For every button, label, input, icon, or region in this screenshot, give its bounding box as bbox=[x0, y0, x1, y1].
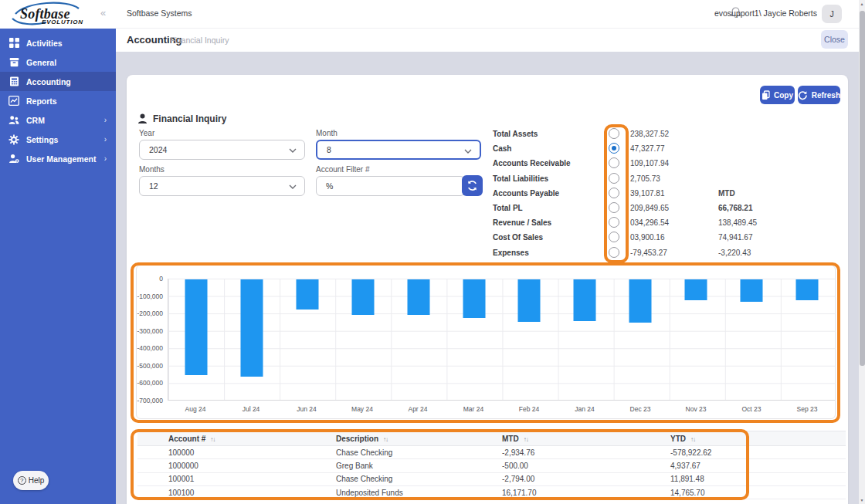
summary-radio[interactable] bbox=[609, 157, 619, 168]
sort-icon[interactable]: ↑↓ bbox=[690, 436, 695, 443]
summary-radio[interactable] bbox=[609, 217, 619, 228]
financial-inquiry-card: Copy Refresh Financial Inquiry Year 2024 bbox=[127, 75, 848, 504]
sort-icon[interactable]: ↑↓ bbox=[383, 436, 388, 443]
summary-row: Accounts Receivable109,107.94 bbox=[493, 156, 837, 171]
month-value: 8 bbox=[327, 145, 331, 154]
table-header-row: Account #↑↓Description↑↓MTD↑↓YTD↑↓ bbox=[137, 431, 846, 446]
scrollbar-thumb[interactable] bbox=[860, 11, 865, 366]
year-value: 2024 bbox=[149, 145, 167, 154]
account-filter-input[interactable]: % bbox=[316, 176, 465, 196]
summary-radio[interactable] bbox=[609, 202, 619, 213]
help-label: Help bbox=[29, 476, 45, 485]
chart-bar[interactable] bbox=[296, 279, 318, 310]
summary-mtd-value: MTD bbox=[718, 189, 735, 198]
summary-label: Accounts Receivable bbox=[493, 159, 571, 167]
x-category-label: Nov 23 bbox=[668, 405, 724, 413]
chart-bar[interactable] bbox=[741, 279, 763, 302]
summary-value: 238,327.52 bbox=[630, 130, 669, 138]
table-row[interactable]: 1000000Greg Bank-500.004,937.67 bbox=[137, 459, 846, 472]
table-cell: Chase Checking bbox=[336, 475, 502, 483]
chart-bar[interactable] bbox=[185, 279, 207, 375]
close-button[interactable]: Close bbox=[821, 30, 848, 49]
bar-slot bbox=[612, 279, 668, 400]
sidebar-item-user-management[interactable]: User Management› bbox=[0, 149, 116, 168]
scrollbar[interactable]: ▲ ▼ bbox=[859, 0, 865, 504]
summary-value: 2,705.73 bbox=[630, 174, 660, 183]
chart-bar[interactable] bbox=[240, 279, 263, 377]
summary-label: Total Assets bbox=[493, 130, 538, 138]
table-row[interactable]: 100100Undeposited Funds16,171.7014,765.7… bbox=[137, 486, 846, 499]
account-filter-value: % bbox=[326, 181, 333, 191]
table-row[interactable]: 100000Chase Checking-2,934.76-578,922.62 bbox=[137, 446, 846, 459]
scroll-up-icon[interactable]: ▲ bbox=[859, 2, 865, 6]
copy-button[interactable]: Copy bbox=[760, 86, 795, 104]
table-row[interactable]: 100001Chase Checking-2,794.0011,891.48 bbox=[137, 473, 846, 486]
help-button[interactable]: ? Help bbox=[13, 471, 49, 490]
grid-icon bbox=[8, 38, 19, 49]
summary-radio[interactable] bbox=[609, 232, 619, 242]
month-select[interactable]: 8 bbox=[316, 140, 481, 160]
table-cell: 100000 bbox=[168, 448, 336, 457]
scroll-down-icon[interactable]: ▼ bbox=[859, 498, 865, 502]
column-header-ytd[interactable]: YTD↑↓ bbox=[670, 435, 846, 443]
column-label: YTD bbox=[670, 435, 686, 443]
x-category-label: Apr 24 bbox=[390, 405, 446, 413]
chart-bar[interactable] bbox=[574, 279, 596, 321]
y-tick-label: 0 bbox=[137, 275, 163, 282]
summary-radio[interactable] bbox=[609, 128, 619, 139]
sidebar-item-label: Settings bbox=[26, 135, 58, 144]
sidebar-item-label: Reports bbox=[26, 96, 57, 106]
summary-radio[interactable] bbox=[609, 173, 619, 184]
refresh-button[interactable]: Refresh bbox=[798, 86, 840, 104]
summary-mtd-value: 138,489.45 bbox=[718, 218, 757, 227]
bar-slot bbox=[668, 279, 724, 400]
summary-radio[interactable] bbox=[609, 188, 619, 198]
sidebar-item-settings[interactable]: Settings› bbox=[0, 130, 116, 149]
sidebar-item-crm[interactable]: CRM› bbox=[0, 110, 116, 130]
months-select[interactable]: 12 bbox=[139, 176, 305, 196]
chevron-right-icon: › bbox=[104, 116, 107, 124]
bar-slot bbox=[446, 279, 502, 400]
summary-mtd-value: 74,941.67 bbox=[718, 233, 753, 242]
summary-row: Total Assets238,327.52 bbox=[493, 127, 837, 141]
y-tick-label: -700,000 bbox=[137, 397, 163, 404]
logo-area: Softbase EVOLUTION « bbox=[0, 0, 116, 29]
summary-radio[interactable] bbox=[609, 143, 619, 154]
sidebar-collapse-icon[interactable]: « bbox=[100, 7, 106, 19]
bar-slot bbox=[335, 279, 391, 400]
chart-bar[interactable] bbox=[629, 279, 652, 323]
chart-bar[interactable] bbox=[407, 279, 429, 315]
filter-refresh-button[interactable] bbox=[462, 175, 483, 196]
column-header-mtd[interactable]: MTD↑↓ bbox=[502, 435, 670, 443]
x-category-label: Jun 24 bbox=[279, 405, 334, 413]
x-category-label: Oct 23 bbox=[724, 405, 779, 413]
chart-bar[interactable] bbox=[351, 279, 374, 315]
chart-bar[interactable] bbox=[796, 279, 819, 300]
bar-slot bbox=[557, 279, 612, 400]
sidebar-item-accounting[interactable]: Accounting bbox=[0, 72, 116, 91]
copy-label: Copy bbox=[774, 91, 793, 100]
year-select[interactable]: 2024 bbox=[139, 140, 305, 160]
column-header-account[interactable]: Account #↑↓ bbox=[168, 435, 336, 443]
sidebar-item-label: User Management bbox=[26, 154, 96, 164]
y-tick-label: -400,000 bbox=[137, 344, 163, 352]
softbase-logo: Softbase EVOLUTION bbox=[6, 2, 97, 28]
chart-bar[interactable] bbox=[685, 279, 707, 300]
sidebar-item-activities[interactable]: Activities bbox=[0, 33, 116, 52]
chevron-right-icon: › bbox=[104, 154, 107, 163]
refresh-icon bbox=[798, 90, 808, 100]
sidebar-item-reports[interactable]: Reports bbox=[0, 91, 116, 110]
sidebar-nav: ActivitiesGeneralAccountingReportsCRM›Se… bbox=[0, 29, 116, 168]
avatar[interactable]: J bbox=[822, 5, 842, 23]
summary-radio[interactable] bbox=[609, 247, 619, 258]
sort-icon[interactable]: ↑↓ bbox=[210, 436, 215, 443]
chart-bar[interactable] bbox=[518, 279, 541, 322]
chart-bar[interactable] bbox=[463, 279, 485, 318]
bar-slot bbox=[224, 279, 280, 400]
section-title-label: Financial Inquiry bbox=[153, 113, 226, 124]
sort-icon[interactable]: ↑↓ bbox=[524, 436, 528, 443]
logo-subtext: EVOLUTION bbox=[42, 19, 83, 25]
gear-icon bbox=[8, 134, 19, 145]
sidebar-item-general[interactable]: General bbox=[0, 52, 116, 72]
column-header-description[interactable]: Description↑↓ bbox=[336, 435, 502, 443]
